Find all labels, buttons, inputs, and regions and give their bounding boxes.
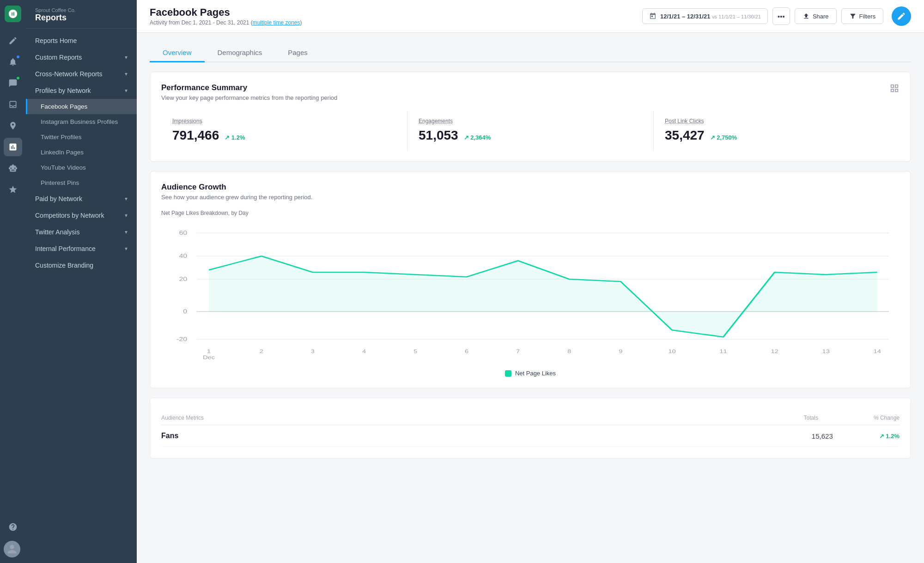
timezone-link[interactable]: multiple time zones bbox=[253, 19, 300, 26]
chevron-down-icon: ▾ bbox=[125, 71, 128, 77]
svg-text:3: 3 bbox=[311, 349, 315, 355]
sidebar-item-facebook-pages[interactable]: Facebook Pages bbox=[26, 99, 137, 114]
share-button[interactable]: Share bbox=[795, 8, 837, 24]
performance-card-header: Performance Summary View your key page p… bbox=[161, 83, 337, 101]
user-avatar[interactable] bbox=[4, 541, 20, 557]
sidebar-item-reports-home[interactable]: Reports Home bbox=[26, 32, 137, 49]
nav-inbox-icon[interactable] bbox=[4, 95, 22, 114]
col-metrics-label: Audience Metrics bbox=[161, 415, 204, 421]
sidebar-item-customize-branding[interactable]: Customize Branding bbox=[26, 257, 137, 274]
sidebar-item-twitter-analysis[interactable]: Twitter Analysis ▾ bbox=[26, 224, 137, 240]
up-arrow-icon: ↗ bbox=[710, 134, 715, 141]
svg-text:8: 8 bbox=[567, 349, 571, 355]
chevron-down-icon: ▾ bbox=[125, 87, 128, 94]
sidebar-item-cross-network[interactable]: Cross-Network Reports ▾ bbox=[26, 66, 137, 82]
grid-view-icon[interactable] bbox=[889, 83, 900, 96]
metric-impressions: Impressions 791,466 ↗ 1.2% bbox=[161, 110, 407, 150]
performance-title: Performance Summary bbox=[161, 83, 337, 92]
svg-marker-11 bbox=[209, 256, 877, 337]
metric-post-link-clicks: Post Link Clicks 35,427 ↗ 2,750% bbox=[654, 110, 900, 150]
fans-change: ↗ 1.2% bbox=[879, 433, 900, 440]
sidebar-item-paid-by-network[interactable]: Paid by Network ▾ bbox=[26, 190, 137, 207]
filters-button[interactable]: Filters bbox=[841, 8, 883, 24]
sidebar: Sprout Coffee Co. Reports Reports Home C… bbox=[26, 0, 137, 563]
chevron-down-icon: ▾ bbox=[125, 229, 128, 235]
sidebar-item-custom-reports[interactable]: Custom Reports ▾ bbox=[26, 49, 137, 66]
share-label: Share bbox=[813, 13, 829, 20]
nav-robot-icon[interactable] bbox=[4, 159, 22, 177]
performance-summary-card: Performance Summary View your key page p… bbox=[150, 72, 911, 162]
header-actions: 12/1/21 – 12/31/21 vs 11/1/21 – 11/30/21… bbox=[642, 6, 911, 26]
up-arrow-icon: ↗ bbox=[225, 134, 230, 141]
nav-compose-icon[interactable] bbox=[4, 31, 22, 50]
sidebar-item-internal-performance[interactable]: Internal Performance ▾ bbox=[26, 240, 137, 257]
chevron-down-icon: ▾ bbox=[125, 196, 128, 202]
logo[interactable] bbox=[5, 6, 21, 22]
fans-value: 15,623 bbox=[812, 432, 833, 440]
table-header-row: Audience Metrics Totals % Change bbox=[161, 409, 900, 425]
sidebar-nav: Reports Home Custom Reports ▾ Cross-Netw… bbox=[26, 29, 137, 563]
svg-text:11: 11 bbox=[719, 349, 727, 355]
top-header: Facebook Pages Activity from Dec 1, 2021… bbox=[137, 0, 924, 33]
nav-help-icon[interactable] bbox=[4, 518, 22, 536]
sidebar-item-competitors[interactable]: Competitors by Network ▾ bbox=[26, 207, 137, 224]
compose-button[interactable] bbox=[892, 6, 911, 26]
sidebar-item-instagram[interactable]: Instagram Business Profiles bbox=[26, 114, 137, 129]
sidebar-section-title: Reports bbox=[35, 13, 128, 23]
tab-overview[interactable]: Overview bbox=[150, 44, 205, 62]
svg-text:60: 60 bbox=[179, 230, 187, 236]
svg-text:9: 9 bbox=[619, 349, 622, 355]
calendar-icon bbox=[649, 12, 657, 20]
page-subtitle: Activity from Dec 1, 2021 - Dec 31, 2021… bbox=[150, 19, 302, 26]
fans-label: Fans bbox=[161, 432, 178, 440]
chart-container: 60 40 20 0 -20 1 Dec 2 3 4 bbox=[159, 224, 901, 362]
svg-text:12: 12 bbox=[771, 349, 778, 355]
svg-text:0: 0 bbox=[183, 308, 187, 315]
post-link-clicks-value: 35,427 bbox=[665, 128, 705, 143]
main-content: Facebook Pages Activity from Dec 1, 2021… bbox=[137, 0, 924, 563]
chevron-down-icon: ▾ bbox=[125, 54, 128, 61]
col-change-label: % Change bbox=[874, 415, 900, 421]
legend-label: Net Page Likes bbox=[515, 370, 556, 377]
sidebar-item-pinterest[interactable]: Pinterest Pins bbox=[26, 175, 137, 190]
page-title-area: Facebook Pages Activity from Dec 1, 2021… bbox=[150, 6, 302, 26]
impressions-label: Impressions bbox=[172, 118, 396, 124]
line-chart: 60 40 20 0 -20 1 Dec 2 3 4 bbox=[159, 224, 901, 362]
card-header-row: Performance Summary View your key page p… bbox=[161, 83, 900, 110]
nav-pin-icon[interactable] bbox=[4, 116, 22, 135]
svg-text:7: 7 bbox=[516, 349, 520, 355]
nav-bell-icon[interactable] bbox=[4, 53, 22, 71]
up-arrow-icon: ↗ bbox=[464, 134, 469, 141]
post-link-clicks-label: Post Link Clicks bbox=[665, 118, 888, 124]
page-title: Facebook Pages bbox=[150, 6, 302, 18]
nav-chat-icon[interactable] bbox=[4, 74, 22, 92]
audience-growth-card: Audience Growth See how your audience gr… bbox=[150, 171, 911, 388]
sidebar-item-twitter-profiles[interactable]: Twitter Profiles bbox=[26, 129, 137, 145]
sidebar-item-linkedin[interactable]: LinkedIn Pages bbox=[26, 145, 137, 160]
tab-demographics[interactable]: Demographics bbox=[205, 44, 275, 62]
more-icon: ••• bbox=[778, 12, 785, 20]
svg-text:2: 2 bbox=[260, 349, 263, 355]
nav-analytics-icon[interactable] bbox=[4, 138, 22, 156]
content-area: Overview Demographics Pages Performance … bbox=[137, 33, 924, 563]
svg-text:10: 10 bbox=[668, 349, 675, 355]
date-range-button[interactable]: 12/1/21 – 12/31/21 vs 11/1/21 – 11/30/21 bbox=[642, 8, 768, 24]
sidebar-item-profiles-by-network[interactable]: Profiles by Network ▾ bbox=[26, 82, 137, 99]
audience-growth-title: Audience Growth bbox=[161, 183, 900, 192]
company-name: Sprout Coffee Co. bbox=[35, 7, 128, 13]
metric-engagements: Engagements 51,053 ↗ 2,364% bbox=[407, 110, 654, 150]
engagements-value: 51,053 bbox=[419, 128, 458, 143]
chart-label: Net Page Likes Breakdown, by Day bbox=[161, 210, 900, 216]
svg-text:4: 4 bbox=[362, 349, 366, 355]
more-options-button[interactable]: ••• bbox=[772, 7, 790, 25]
nav-star-icon[interactable] bbox=[4, 180, 22, 199]
icon-bar-bottom bbox=[4, 518, 22, 557]
date-range-text: 12/1/21 – 12/31/21 vs 11/1/21 – 11/30/21 bbox=[660, 13, 761, 20]
performance-subtitle: View your key page performance metrics f… bbox=[161, 94, 337, 101]
table-row: Fans 15,623 ↗ 1.2% bbox=[161, 425, 900, 447]
col-totals-label: Totals bbox=[804, 415, 818, 421]
tab-pages[interactable]: Pages bbox=[275, 44, 321, 62]
impressions-value: 791,466 bbox=[172, 128, 219, 143]
chart-legend: Net Page Likes bbox=[161, 370, 900, 377]
sidebar-item-youtube[interactable]: YouTube Videos bbox=[26, 160, 137, 175]
